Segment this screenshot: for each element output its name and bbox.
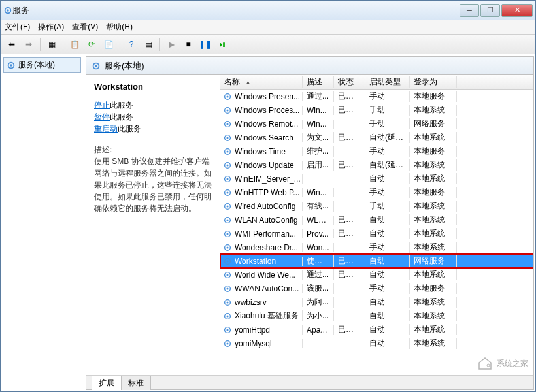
service-row[interactable]: WinEIM_Server_...自动本地系统	[220, 172, 533, 186]
service-name: WWAN AutoCon...	[235, 284, 299, 293]
service-row[interactable]: Wondershare Dr...Won...手动本地系统	[220, 240, 533, 254]
service-row[interactable]: Xiaohulu 基础服务为小...自动本地系统	[220, 309, 533, 323]
content-pane: 服务(本地) Workstation 停止此服务 暂停此服务 重启动此服务 描述…	[86, 56, 534, 390]
service-icon	[223, 92, 232, 101]
service-row[interactable]: Windows Update启用...已启动自动(延迟...本地系统	[220, 158, 533, 172]
service-desc: 为小...	[303, 310, 334, 321]
service-row[interactable]: WWAN AutoCon...该服...手动本地服务	[220, 282, 533, 295]
window-controls: ─ ☐ ✕	[460, 4, 533, 17]
details-pane: Workstation 停止此服务 暂停此服务 重启动此服务 描述: 使用 SM…	[86, 75, 220, 375]
menu-help[interactable]: 帮助(H)	[106, 22, 133, 33]
service-name: Windows Remot...	[235, 120, 298, 129]
service-row[interactable]: Windows Presen...通过...已启动手动本地服务	[220, 90, 533, 103]
stop-service-button[interactable]: ■	[181, 37, 195, 52]
help-button[interactable]: ?	[124, 37, 139, 52]
column-name[interactable]: 名称▲	[220, 76, 303, 88]
stop-link[interactable]: 停止	[94, 101, 110, 110]
service-row[interactable]: WMI Performan...Prov...已启动自动本地系统	[220, 227, 533, 240]
restart-link[interactable]: 重启动	[94, 124, 118, 133]
service-startup: 自动	[365, 214, 410, 225]
service-logon: 本地系统	[410, 214, 457, 225]
svg-point-23	[226, 205, 228, 207]
service-row[interactable]: WinHTTP Web P...Win...手动本地服务	[220, 186, 533, 199]
service-row[interactable]: WLAN AutoConfigWLA...已启动自动本地系统	[220, 213, 533, 227]
service-startup: 自动	[365, 269, 410, 280]
watermark: 系统之家	[477, 355, 528, 371]
selected-service-name: Workstation	[94, 82, 212, 91]
service-icon	[223, 147, 232, 156]
service-row[interactable]: Workstation使用 ...已启动自动网络服务	[220, 254, 533, 268]
service-row[interactable]: Wired AutoConfig有线...手动本地系统	[220, 199, 533, 213]
tab-extended[interactable]: 扩展	[92, 376, 122, 390]
services-list[interactable]: 名称▲ 描述 状态 启动类型 登录为 Windows Presen...通过..…	[220, 75, 533, 375]
service-startup: 手动	[365, 187, 410, 198]
close-button[interactable]: ✕	[501, 4, 533, 17]
navigation-tree[interactable]: 服务(本地)	[1, 55, 84, 391]
tree-item-label: 服务(本地)	[18, 59, 55, 71]
svg-point-5	[95, 65, 97, 67]
service-desc: 通过...	[303, 91, 334, 102]
tab-standard[interactable]: 标准	[121, 376, 151, 390]
svg-point-11	[226, 123, 228, 125]
service-desc: 为阿...	[303, 297, 334, 308]
service-name: Windows Search	[235, 133, 293, 142]
back-button[interactable]: ⬅	[5, 37, 19, 52]
service-row[interactable]: Windows Search为文...已启动自动(延迟...本地系统	[220, 131, 533, 144]
service-icon	[223, 339, 232, 348]
service-icon	[223, 229, 232, 238]
service-row[interactable]: Windows Time维护...手动本地服务	[220, 144, 533, 158]
column-startup-type[interactable]: 启动类型	[365, 76, 410, 88]
description-text: 使用 SMB 协议创建并维护客户端网络与远程服务器之间的连接。如果此服务已停止，…	[94, 155, 212, 214]
restart-service-button[interactable]: ⏯	[215, 37, 229, 52]
column-logon-as[interactable]: 登录为	[410, 76, 457, 88]
show-hide-tree-button[interactable]: ▦	[44, 37, 59, 52]
pause-link[interactable]: 暂停	[94, 112, 110, 122]
service-name: WinHTTP Web P...	[235, 188, 299, 197]
service-logon: 本地服务	[410, 187, 457, 198]
svg-point-27	[226, 233, 228, 235]
service-name: Xiaohulu 基础服务	[235, 310, 299, 321]
pane-body: Workstation 停止此服务 暂停此服务 重启动此服务 描述: 使用 SM…	[86, 75, 533, 375]
service-startup: 自动	[365, 255, 410, 267]
menu-action[interactable]: 操作(A)	[38, 22, 64, 33]
start-service-button[interactable]: ▶	[164, 37, 178, 52]
titlebar[interactable]: 服务 ─ ☐ ✕	[1, 1, 535, 20]
svg-point-29	[226, 246, 228, 248]
service-icon	[223, 120, 232, 129]
forward-button[interactable]: ➡	[22, 37, 36, 52]
service-desc: 该服...	[303, 283, 334, 294]
tree-item-services-local[interactable]: 服务(本地)	[3, 57, 81, 73]
service-icon	[223, 325, 232, 335]
maximize-button[interactable]: ☐	[480, 4, 500, 17]
minimize-button[interactable]: ─	[460, 4, 479, 17]
description-label: 描述:	[94, 144, 212, 155]
pane-header: 服务(本地)	[86, 57, 533, 75]
list-header: 名称▲ 描述 状态 启动类型 登录为	[220, 75, 533, 90]
service-row[interactable]: yomiHttpdApa...已启动自动本地系统	[220, 323, 533, 336]
service-startup: 手动	[365, 242, 410, 253]
action-button[interactable]: ▤	[141, 37, 156, 52]
pause-service-button[interactable]: ❚❚	[198, 37, 212, 52]
service-row[interactable]: Windows Proces...Win...已启动手动本地系统	[220, 103, 533, 117]
service-logon: 本地系统	[410, 105, 457, 116]
services-icon	[7, 61, 16, 70]
export-button[interactable]: 📄	[101, 37, 116, 52]
menu-file[interactable]: 文件(F)	[5, 22, 30, 33]
service-row[interactable]: yomiMysql自动本地系统	[220, 336, 533, 350]
menu-view[interactable]: 查看(V)	[72, 22, 98, 33]
refresh-button[interactable]: ⟳	[84, 37, 99, 52]
properties-button[interactable]: 📋	[67, 37, 82, 52]
service-icon	[223, 202, 232, 211]
service-icon	[223, 257, 232, 266]
service-logon: 本地系统	[410, 338, 457, 349]
service-row[interactable]: wwbizsrv为阿...自动本地系统	[220, 295, 533, 309]
svg-point-25	[226, 219, 228, 221]
service-logon: 本地系统	[410, 132, 457, 143]
service-row[interactable]: World Wide We...通过...已启动自动本地系统	[220, 268, 533, 282]
service-row[interactable]: Windows Remot...Win...手动网络服务	[220, 117, 533, 131]
column-description[interactable]: 描述	[303, 76, 334, 88]
service-startup: 自动(延迟...	[365, 132, 410, 143]
service-status: 已启动	[334, 159, 365, 171]
column-status[interactable]: 状态	[334, 76, 365, 88]
service-startup: 自动	[365, 173, 410, 184]
